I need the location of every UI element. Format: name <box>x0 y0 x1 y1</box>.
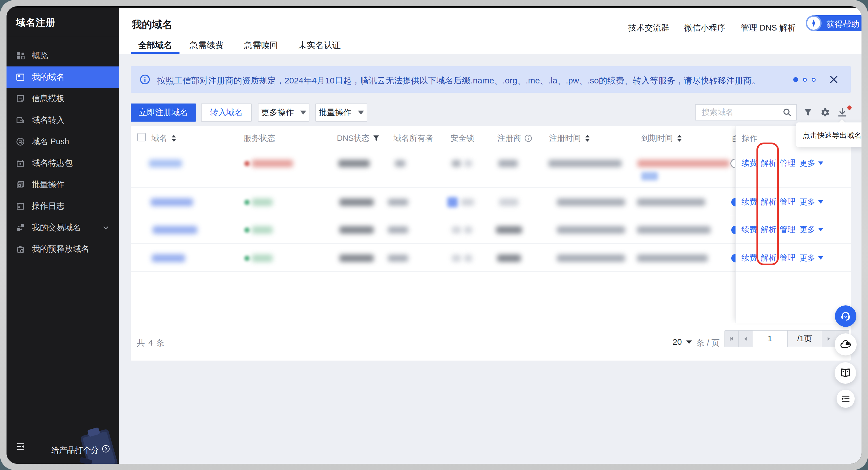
total-pages-label: /1页 <box>787 331 822 347</box>
first-page-button[interactable] <box>725 331 739 347</box>
chevron-down-icon <box>818 162 823 165</box>
collapse-panel-button[interactable] <box>837 390 855 408</box>
current-page-input[interactable]: 1 <box>752 331 787 347</box>
action-more-link[interactable]: 更多 <box>800 224 823 235</box>
sidebar-item-7[interactable]: 操作日志 <box>6 195 119 217</box>
sidebar-item-label: 操作日志 <box>32 201 65 212</box>
action-manage-link[interactable]: 管理 <box>780 224 796 235</box>
autorenew-toggle-peek <box>731 159 735 168</box>
action-manage-link[interactable]: 管理 <box>780 253 796 263</box>
document-icon <box>16 95 25 103</box>
action-resolve-link[interactable]: 解析 <box>761 197 777 207</box>
sidebar-item-label: 我的域名 <box>32 72 65 83</box>
sort-icon[interactable] <box>171 135 177 142</box>
column-header-6[interactable]: 注册时间 <box>549 133 591 144</box>
prev-page-button[interactable] <box>739 331 752 347</box>
header-link-tech-group[interactable]: 技术交流群 <box>628 22 669 34</box>
domain-search-input[interactable] <box>695 108 782 117</box>
action-resolve-link[interactable]: 解析 <box>761 158 777 169</box>
tab-3[interactable]: 未实名认证 <box>294 37 345 54</box>
column-header-4: 安全锁 <box>451 133 474 144</box>
banner-close-icon[interactable] <box>830 75 838 84</box>
sort-icon[interactable] <box>584 135 591 142</box>
tab-2[interactable]: 急需赎回 <box>240 37 283 54</box>
banner-dot-2[interactable] <box>803 78 807 82</box>
chevron-down-icon <box>358 110 364 114</box>
sidebar-item-label: 概览 <box>32 50 48 61</box>
action-more-link[interactable]: 更多 <box>800 253 823 263</box>
transfer-in-icon <box>16 116 25 125</box>
info-circle-icon[interactable] <box>525 135 532 142</box>
sidebar-item-8[interactable]: 我的交易域名 <box>6 217 119 238</box>
docs-book-button[interactable] <box>835 362 856 384</box>
cloud-bell-button[interactable] <box>835 333 857 356</box>
pagination-control: 1/1页 <box>724 330 849 347</box>
get-help-label: 获得帮助 <box>826 19 859 30</box>
action-more-link[interactable]: 更多 <box>800 197 823 207</box>
sidebar-item-2[interactable]: 信息模板 <box>6 88 119 109</box>
sidebar-item-9[interactable]: 我的预释放域名 <box>6 238 119 260</box>
sidebar-collapse-icon[interactable] <box>16 442 25 451</box>
download-icon[interactable] <box>837 107 847 118</box>
column-header-3: 域名所有者 <box>394 133 433 144</box>
sidebar-item-6[interactable]: 批量操作 <box>6 174 119 195</box>
sidebar-item-label: 我的交易域名 <box>32 222 81 233</box>
action-more-link[interactable]: 更多 <box>800 158 823 169</box>
clipboard-3d-graphic <box>65 424 119 464</box>
export-tooltip-text: 点击快速导出域名列表 <box>803 130 862 140</box>
sort-icon[interactable] <box>676 135 683 142</box>
banner-dot-3[interactable] <box>812 78 816 82</box>
sidebar-item-5[interactable]: 域名特惠包 <box>6 153 119 174</box>
column-header-1: 服务状态 <box>244 133 275 144</box>
chevron-down-icon <box>686 340 692 344</box>
rate-product-button[interactable]: 给产品打个分 <box>49 438 114 464</box>
register-domain-button[interactable]: 立即注册域名 <box>131 103 196 122</box>
select-all-checkbox[interactable] <box>137 133 146 141</box>
action-resolve-link[interactable]: 解析 <box>761 253 777 263</box>
tab-0[interactable]: 全部域名 <box>131 37 180 54</box>
sidebar-item-label: 域名 Push <box>32 136 69 147</box>
tab-1[interactable]: 急需续费 <box>185 37 229 54</box>
column-header-0[interactable]: 域名 <box>151 133 177 144</box>
clipped-column-header: 自 <box>732 133 736 145</box>
sidebar-item-1[interactable]: 我的域名 <box>6 66 119 88</box>
sidebar-item-4[interactable]: 域名 Push <box>6 131 119 153</box>
console-window: 域名注册 概览我的域名信息模板域名转入域名 Push域名特惠包批量操作操作日志我… <box>6 6 862 464</box>
total-count-value: 4 <box>148 338 153 347</box>
calendar-log-icon <box>16 202 25 210</box>
info-icon <box>140 74 150 85</box>
search-icon[interactable] <box>782 108 792 117</box>
action-renew-link[interactable]: 续费 <box>741 197 757 207</box>
sidebar-item-0[interactable]: 概览 <box>6 45 119 66</box>
transfer-in-button[interactable]: 转入域名 <box>201 103 252 122</box>
sidebar-item-3[interactable]: 域名转入 <box>6 109 119 131</box>
action-renew-link[interactable]: 续费 <box>741 158 757 169</box>
filter-funnel-icon[interactable] <box>373 135 380 142</box>
banner-pagination-dots[interactable] <box>793 77 816 82</box>
action-resolve-link[interactable]: 解析 <box>761 224 777 235</box>
sidebar-item-label: 域名特惠包 <box>32 158 73 169</box>
action-renew-link[interactable]: 续费 <box>741 253 757 263</box>
header-link-wechat-miniprogram[interactable]: 微信小程序 <box>684 22 725 34</box>
gear-icon[interactable] <box>820 107 830 118</box>
sidebar-product-title: 域名注册 <box>16 16 56 29</box>
sidebar-menu: 概览我的域名信息模板域名转入域名 Push域名特惠包批量操作操作日志我的交易域名… <box>6 45 119 260</box>
page-size-select[interactable]: 20 <box>673 337 692 347</box>
export-tooltip: 点击快速导出域名列表 <box>796 123 862 147</box>
column-header-2[interactable]: DNS状态 <box>337 133 380 144</box>
header-link-manage-dns[interactable]: 管理 DNS 解析 <box>741 22 796 34</box>
banner-dot-1[interactable] <box>793 77 798 82</box>
more-actions-dropdown[interactable]: 更多操作 <box>258 103 309 122</box>
get-help-button[interactable]: 获得帮助 <box>806 15 862 31</box>
total-count-text: 共 4 条 <box>137 337 165 349</box>
autorenew-toggle-peek <box>731 254 736 262</box>
action-manage-link[interactable]: 管理 <box>780 158 796 169</box>
support-headset-button[interactable] <box>835 305 857 327</box>
sidebar-footer: 给产品打个分 <box>6 438 119 464</box>
action-renew-link[interactable]: 续费 <box>741 224 757 235</box>
column-header-7[interactable]: 到期时间 <box>641 133 683 144</box>
next-page-button[interactable] <box>822 331 836 347</box>
filter-icon[interactable] <box>803 108 812 117</box>
batch-actions-dropdown[interactable]: 批量操作 <box>315 103 367 122</box>
action-manage-link[interactable]: 管理 <box>780 197 796 207</box>
